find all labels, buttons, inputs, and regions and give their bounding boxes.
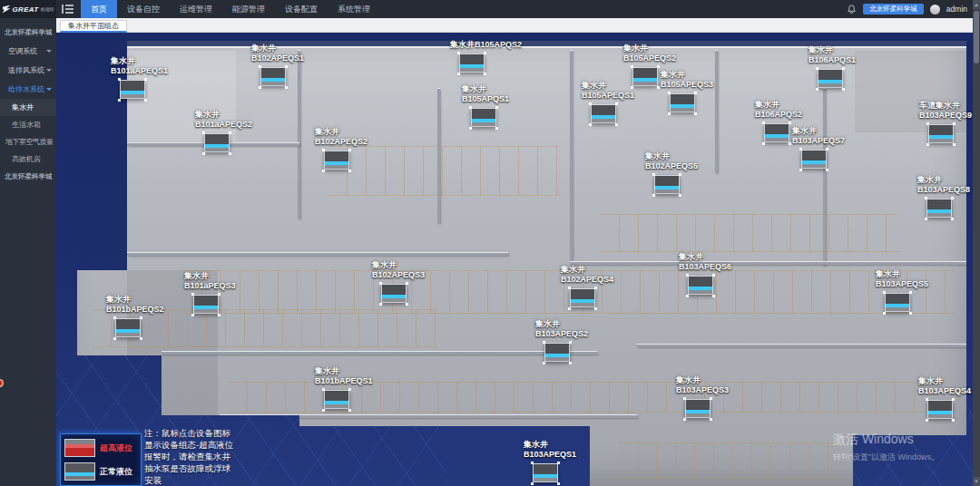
wall-line [715,51,718,173]
sump-well-marker[interactable]: 集水井B105APEQS1 [582,81,634,123]
water-level-icon [115,318,141,337]
sidebar-group-hvac[interactable]: 空调系统 [0,42,56,61]
note-line: 显示设备组态-超高液位 [144,439,251,451]
water-level-icon [885,293,910,312]
marker-label: 集水井B106APQS2 [755,100,802,120]
normal-level-label: 正常液位 [100,466,132,478]
wall-line [570,262,966,265]
wall-line [162,352,597,355]
nav-item-device-config[interactable]: 设备配置 [275,0,328,18]
parking-stalls [601,214,900,252]
sump-well-marker[interactable]: 集水井B103APEQS3 [676,375,729,418]
marker-label: 集水井B105APEQS2 [623,44,676,63]
nav-item-energy[interactable]: 能源管理 [222,0,275,18]
floorplan-render [56,33,973,486]
sump-well-marker[interactable]: 集水井B103APEQS5 [876,269,928,312]
nav-item-operations[interactable]: 运维管理 [170,0,222,18]
top-bar-right: 北京怀柔科学城 admin [847,4,980,15]
operation-note: 注：鼠标点击设备图标 显示设备组态-超高液位 报警时，请检查集水井 抽水泵是否故… [144,427,251,486]
sump-well-marker[interactable]: 集水井B101bAPEQS2 [106,295,164,337]
sump-well-marker[interactable]: 集水井B102APEQS5 [645,151,698,194]
sump-well-marker[interactable]: 集水井B101aAPEQS2 [195,110,252,152]
sidebar-item-air-quality[interactable]: 地下室空气质量 [0,133,56,151]
water-level-icon [654,175,680,194]
water-level-icon [928,124,954,143]
sump-well-marker[interactable]: 集水井B101aPEQS3 [184,271,236,314]
sump-well-marker[interactable]: 集水井B102APEQS3 [372,260,425,303]
sump-well-marker[interactable]: 集水井B106APQS1 [808,45,856,88]
marker-label: 集水井B103APEQS6 [679,252,731,272]
marker-label: 集水井B103APEQS5 [876,269,928,289]
water-level-icon [533,463,558,482]
water-level-icon [324,151,349,170]
water-level-icon [801,150,827,169]
sump-well-marker[interactable]: 集水井B103APEQS6 [679,252,731,295]
sump-well-marker[interactable]: 集水井B102APEQS2 [315,127,368,170]
floorplan-map[interactable]: 超高液位 正常液位 注：鼠标点击设备图标 显示设备组态-超高液位 报警时，请检查… [56,33,973,486]
sump-well-marker[interactable]: 集水井B105APQS2 [450,40,522,73]
sidebar-item-water-tank[interactable]: 生活水箱 [0,116,56,133]
nav-item-home[interactable]: 首页 [81,0,117,18]
water-level-icon [204,133,230,152]
sump-well-marker[interactable]: 集水井B103APEQS2 [535,319,588,362]
marker-label: 集水井B102APEQS5 [645,151,698,171]
marker-label: 集水井B103APEQS8 [917,175,970,195]
note-line: 安装 [144,474,251,486]
scrollbar-thumb[interactable] [974,11,979,63]
marker-label: 集水井B101aPEQS3 [184,271,236,291]
sump-well-marker[interactable]: 集水井B103APEQS8 [917,175,970,218]
tab-sump-well-plan[interactable]: 集水井平面组态 [60,20,127,33]
water-level-icon [632,67,658,86]
high-level-icon [64,439,95,457]
sump-well-marker[interactable]: 集水井B105APEQS3 [661,70,713,112]
sump-well-marker[interactable]: 集水井B101aAPEQS1 [111,56,168,99]
marker-label: 集水井B103APEQS2 [535,319,588,339]
vertical-scrollbar[interactable]: ▲ ▼ [973,0,980,486]
sump-well-marker[interactable]: 集水井B102APEQS1 [251,44,304,86]
app-logo: GREAT 格瑞特 [0,0,56,18]
marker-label: 集水井B105APQS1 [462,84,509,104]
water-level-icon [591,104,616,123]
sidebar-item-sump-well[interactable]: 集水井 [0,99,56,116]
note-line: 报警时，请检查集水井 [144,451,251,462]
user-avatar[interactable] [930,5,940,15]
sidebar: 北京怀柔科学城 空调系统 送排风系统 给排水系统 集水井 生活水箱 地下室空气质… [0,18,56,486]
marker-label: 集水井B103APEQS7 [792,126,845,146]
sump-well-marker[interactable]: 集水井B103APEQS7 [792,126,845,169]
notification-bell-icon[interactable] [847,5,857,15]
marker-label: 集水井B105APEQS1 [582,81,634,101]
sump-well-marker[interactable]: 集水井B103APEQS1 [524,440,576,482]
marker-label: 集水井B105APQS2 [450,40,522,50]
note-line: 注：鼠标点击设备图标 [144,427,251,439]
sump-well-marker[interactable]: 集水井B102APEQS4 [561,265,613,307]
marker-label: 集水井B101aAPEQS2 [195,110,252,130]
level-legend: 超高液位 正常液位 [60,433,142,486]
sidebar-group-drainage[interactable]: 给排水系统 [0,80,56,99]
nav-item-device-control[interactable]: 设备自控 [117,0,170,18]
brand-flag-icon [3,5,11,14]
username-label: admin [946,5,967,14]
marker-label: 集水井B101bAPEQS2 [106,295,164,315]
sidebar-group-ventilation[interactable]: 送排风系统 [0,61,56,80]
marker-label: 集水井B102APEQS2 [315,127,368,147]
project-button[interactable]: 北京怀柔科学城 [863,4,924,15]
sump-well-marker[interactable]: 车道集水井B103APEQS9 [919,101,972,143]
scroll-up-icon[interactable]: ▲ [973,0,980,9]
sump-well-marker[interactable]: 集水井B105APQS1 [462,84,509,127]
sidebar-item-plant-room[interactable]: 高效机房 [0,151,56,168]
sump-well-marker[interactable]: 集水井B103APEQS4 [918,376,971,419]
water-level-icon [818,69,843,88]
marker-label: 集水井B103APEQS3 [676,375,729,395]
marker-label: 集水井B103APEQS4 [918,376,971,396]
water-level-icon [670,93,695,112]
legend-row-high: 超高液位 [64,439,137,457]
menu-toggle-icon[interactable] [62,5,74,14]
water-level-icon [544,343,570,362]
top-bar: GREAT 格瑞特 首页 设备自控 运维管理 能源管理 设备配置 系统管理 北京… [0,0,980,18]
water-level-icon [120,80,145,99]
nav-item-system[interactable]: 系统管理 [328,0,380,18]
sump-well-marker[interactable]: 集水井B101bAPEQS1 [315,366,373,409]
scroll-down-icon[interactable]: ▼ [973,477,980,486]
wall-line [570,51,573,264]
wall-line [220,415,637,418]
